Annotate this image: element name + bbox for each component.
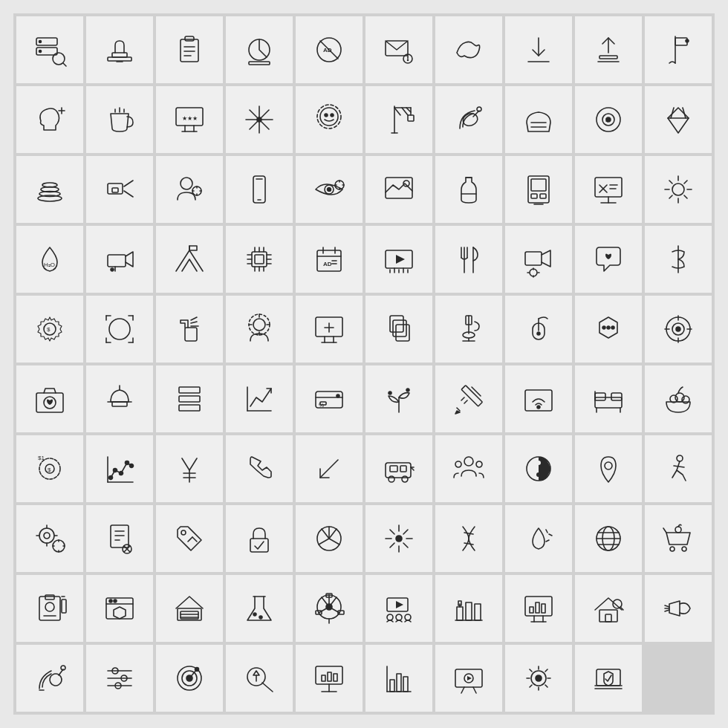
icon-cart-apple[interactable] — [645, 505, 712, 572]
icon-circle-half[interactable] — [505, 435, 572, 502]
icon-coffee-cup[interactable] — [86, 86, 153, 153]
icon-bread[interactable] — [505, 86, 572, 153]
icon-yen-sign[interactable] — [156, 435, 223, 502]
icon-email-settings[interactable] — [365, 16, 432, 83]
icon-virus-gear[interactable] — [505, 645, 572, 712]
icon-location-pin[interactable] — [575, 435, 642, 502]
icon-browser-3d[interactable] — [86, 575, 153, 642]
icon-flag-pole[interactable] — [645, 16, 712, 83]
icon-cutlery[interactable] — [435, 226, 502, 293]
icon-circle-frame[interactable] — [86, 296, 153, 363]
icon-sun-star[interactable] — [645, 156, 712, 223]
icon-eye-gear[interactable] — [296, 156, 363, 223]
icon-walking-person[interactable] — [645, 435, 712, 502]
icon-magnify-graduate[interactable] — [226, 645, 293, 712]
icon-cash-card[interactable] — [86, 156, 153, 223]
icon-vending[interactable] — [505, 156, 572, 223]
icon-whiteboard[interactable] — [575, 156, 642, 223]
icon-ruler-pencil[interactable] — [435, 365, 502, 432]
icon-ferris-wheel[interactable] — [296, 575, 363, 642]
icon-crane[interactable] — [365, 86, 432, 153]
icon-dollar-target[interactable]: $$1 — [16, 435, 83, 502]
icon-padlock-check[interactable] — [226, 505, 293, 572]
icon-chart-up[interactable] — [226, 365, 293, 432]
icon-radar[interactable] — [156, 645, 223, 712]
icon-monitor-add[interactable] — [296, 296, 363, 363]
icon-head-plus[interactable] — [16, 86, 83, 153]
icon-stamp[interactable] — [86, 16, 153, 83]
icon-megaphone[interactable] — [645, 575, 712, 642]
icon-monitor-chart[interactable] — [505, 575, 572, 642]
icon-video-screen[interactable] — [435, 645, 502, 712]
icon-clipboard-list[interactable] — [156, 16, 223, 83]
icon-gear-dollar[interactable]: $ — [16, 296, 83, 363]
icon-water-drops[interactable] — [505, 505, 572, 572]
icon-satellite-dish[interactable] — [435, 86, 502, 153]
icon-id-badge[interactable] — [16, 575, 83, 642]
icon-video-player[interactable] — [365, 226, 432, 293]
icon-megaphone-monitor[interactable] — [86, 226, 153, 293]
icon-landscape[interactable] — [365, 156, 432, 223]
icon-server-search[interactable] — [16, 16, 83, 83]
icon-settings-user[interactable] — [156, 156, 223, 223]
icon-bar-chart2[interactable] — [365, 645, 432, 712]
icon-bottle[interactable] — [435, 156, 502, 223]
icon-wifi-frame[interactable] — [505, 365, 572, 432]
icon-pie-chart[interactable] — [226, 16, 293, 83]
icon-document-cancel[interactable] — [86, 505, 153, 572]
icon-mouse-cable[interactable] — [505, 296, 572, 363]
icon-camera-heart[interactable] — [16, 365, 83, 432]
icon-chat-heart[interactable] — [575, 226, 642, 293]
icon-upload[interactable] — [575, 16, 642, 83]
icon-caravan[interactable] — [365, 435, 432, 502]
icon-ad-block[interactable]: AD — [296, 16, 363, 83]
icon-dna[interactable] — [435, 505, 502, 572]
icon-credit-card[interactable]: % — [296, 365, 363, 432]
icon-home-search[interactable] — [575, 575, 642, 642]
icon-tag-discount[interactable] — [156, 505, 223, 572]
icon-mountain-flag[interactable] — [156, 226, 223, 293]
icon-video-gear[interactable] — [505, 226, 572, 293]
icon-hexagon-dots[interactable] — [575, 296, 642, 363]
icon-snowflake[interactable] — [226, 86, 293, 153]
icon-cpu-chip[interactable] — [226, 226, 293, 293]
icon-pancakes[interactable] — [16, 156, 83, 223]
icon-user-target[interactable] — [226, 296, 293, 363]
icon-sliders[interactable] — [86, 645, 153, 712]
icon-download[interactable] — [505, 16, 572, 83]
icon-phone[interactable] — [226, 435, 293, 502]
icon-monitor-stars[interactable]: ★★★ — [156, 86, 223, 153]
icon-video-audience[interactable] — [365, 575, 432, 642]
icon-book-stack[interactable] — [156, 365, 223, 432]
icon-satellite-dish2[interactable] — [16, 645, 83, 712]
icon-garage[interactable] — [156, 575, 223, 642]
icon-diamond[interactable] — [645, 86, 712, 153]
icon-team[interactable] — [435, 435, 502, 502]
icon-line-chart[interactable] — [86, 435, 153, 502]
icon-fruit-bowl[interactable] — [645, 365, 712, 432]
icon-target-eye[interactable] — [645, 296, 712, 363]
icon-currency-sign[interactable] — [645, 226, 712, 293]
icon-shield-laptop[interactable] — [575, 645, 642, 712]
icon-presentation-chart[interactable] — [296, 645, 363, 712]
icon-file-stack[interactable] — [365, 296, 432, 363]
icon-spray-bottle[interactable] — [156, 296, 223, 363]
icon-microscope[interactable] — [435, 296, 502, 363]
icon-science-flask[interactable] — [226, 575, 293, 642]
icon-pie-wheel[interactable] — [296, 505, 363, 572]
icon-globe[interactable] — [575, 505, 642, 572]
icon-water-h2o[interactable]: H₂O — [16, 226, 83, 293]
icon-ad-calendar[interactable]: AD — [296, 226, 363, 293]
icon-arrow-diagonal[interactable] — [296, 435, 363, 502]
icon-city-map[interactable] — [435, 575, 502, 642]
icon-australia[interactable] — [435, 16, 502, 83]
svg-text:$1: $1 — [38, 455, 45, 461]
icon-plant-grow[interactable] — [365, 365, 432, 432]
icon-smartphone[interactable] — [226, 156, 293, 223]
icon-hard-hat[interactable] — [86, 365, 153, 432]
icon-target-dollar[interactable]: $ — [575, 86, 642, 153]
icon-bed-room[interactable] — [575, 365, 642, 432]
icon-crosshair-gear[interactable] — [16, 505, 83, 572]
icon-fireworks[interactable] — [365, 505, 432, 572]
icon-settings-face[interactable] — [296, 86, 363, 153]
